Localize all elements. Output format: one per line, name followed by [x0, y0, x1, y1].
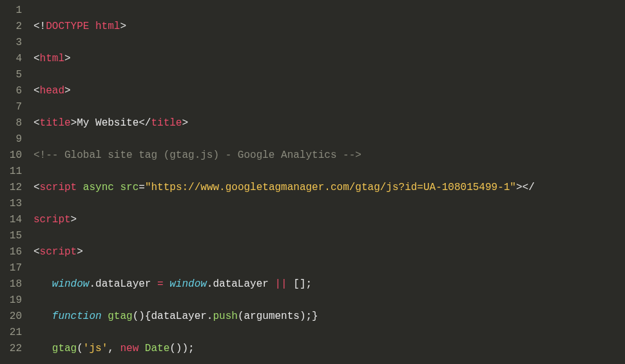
line-number: 20	[0, 309, 22, 325]
line-number: 2	[0, 19, 22, 35]
code-editor[interactable]: 1 2 3 4 5 6 7 8 9 10 11 12 13 14 15 16 1…	[0, 0, 625, 364]
line-number: 14	[0, 212, 22, 228]
line-number: 11	[0, 164, 22, 180]
line-number: 19	[0, 292, 22, 309]
line-number: 15	[0, 228, 22, 244]
code-line[interactable]: <script>	[34, 244, 625, 260]
line-number: 7	[0, 99, 22, 115]
line-number: 21	[0, 325, 22, 341]
line-number: 8	[0, 115, 22, 131]
line-number: 6	[0, 83, 22, 99]
line-number: 3	[0, 35, 22, 51]
line-number: 13	[0, 196, 22, 212]
code-line[interactable]: <!DOCTYPE html>	[34, 19, 625, 35]
code-line[interactable]: <!-- Global site tag (gtag.js) - Google …	[34, 148, 625, 164]
code-line-wrap[interactable]: script>	[34, 212, 625, 228]
line-number: 10	[0, 148, 22, 164]
code-line[interactable]: <head>	[34, 83, 625, 99]
code-line[interactable]: <html>	[34, 51, 625, 67]
code-line[interactable]: window.dataLayer = window.dataLayer || […	[34, 276, 625, 292]
line-number: 5	[0, 67, 22, 83]
code-line[interactable]: gtag('js', new Date());	[34, 341, 625, 357]
line-number: 12	[0, 180, 22, 196]
line-number: 18	[0, 276, 22, 292]
line-number: 4	[0, 51, 22, 67]
code-line[interactable]: function gtag(){dataLayer.push(arguments…	[34, 309, 625, 325]
line-number: 22	[0, 341, 22, 357]
line-number: 9	[0, 131, 22, 148]
line-number: 17	[0, 260, 22, 276]
code-line[interactable]: <title>My Website</title>	[34, 115, 625, 131]
line-number-gutter: 1 2 3 4 5 6 7 8 9 10 11 12 13 14 15 16 1…	[0, 0, 30, 364]
line-number: 1	[0, 3, 22, 19]
code-line[interactable]: <script async src="https://www.googletag…	[34, 180, 625, 196]
line-number: 16	[0, 244, 22, 260]
code-area[interactable]: <!DOCTYPE html> <html> <head> <title>My …	[30, 0, 625, 364]
